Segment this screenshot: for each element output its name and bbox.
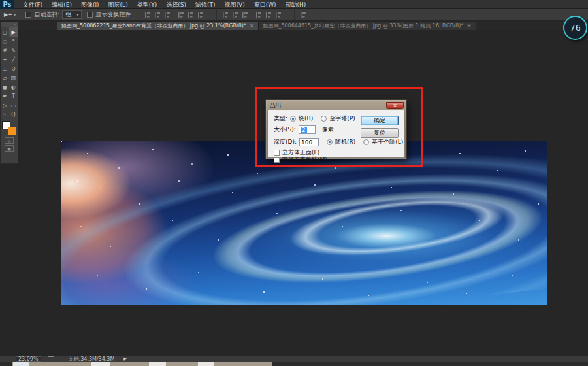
photoshop-logo: Ps (0, 0, 14, 9)
magic-wand-tool-icon[interactable]: * (9, 37, 18, 46)
toolbox-collapse-button[interactable]: « (1, 22, 18, 27)
distribute-group-2 (255, 11, 282, 18)
document-tab-bar: 摄图网_500862215_星空banner背景（非企业商用）.jpg @ 23… (0, 22, 588, 30)
status-expand-arrow-icon[interactable]: ▶ (123, 356, 127, 361)
gradient-tool-icon[interactable]: ▧ (9, 73, 18, 82)
taskbar-button[interactable] (91, 362, 110, 366)
menu-select[interactable]: 选择(S) (161, 0, 191, 9)
align-left-edges-icon[interactable] (144, 11, 152, 18)
distribute-bottom-edges-icon[interactable] (242, 11, 249, 18)
menu-image[interactable]: 图像(I) (76, 0, 104, 9)
show-transform-label: 显示变换控件 (95, 10, 131, 19)
document-size-label: 文档:34.3M/34.3M (69, 356, 115, 363)
taskbar-button[interactable] (198, 362, 214, 366)
crop-tool-icon[interactable]: # (1, 46, 9, 55)
healing-brush-tool-icon[interactable]: + (1, 55, 9, 64)
align-group (144, 11, 171, 18)
toolbox-panel: « ◻ ▶ ○ * # ✎ + ╱ ⊥ ↺ ▱ ▧ ● ◐ ✒ T ▷ ▭ ☞ … (0, 22, 18, 164)
chevron-down-icon: ▾ (14, 12, 16, 18)
rectangular-marquee-tool-icon[interactable]: ◻ (1, 27, 9, 37)
document-icon (48, 356, 54, 361)
divider (216, 10, 217, 20)
watermark-badge: 76 (563, 16, 587, 40)
taskbar-sliver (0, 362, 588, 366)
align-right-edges-icon[interactable] (164, 11, 171, 18)
align-group-2 (178, 11, 204, 18)
taskbar-button[interactable] (149, 362, 166, 366)
document-tab-1[interactable]: 摄图网_500862215_星空banner背景（非企业商用）.jpg @ 23… (57, 22, 259, 30)
options-bar: ▶+ ▾ 自动选择: 组 ▾ 显示变换控件 (0, 9, 588, 21)
menu-file[interactable]: 文件(F) (18, 0, 47, 9)
watermark-badge-value: 76 (570, 23, 581, 33)
divider (139, 10, 139, 20)
path-selection-tool-icon[interactable]: ▷ (1, 101, 9, 110)
document-tab-2[interactable]: 摄图网_500644615_梦幻星空（非企业商用）.jpg @ 33%(图层 1… (259, 22, 476, 30)
auto-select-label: 自动选择: (34, 10, 59, 19)
dodge-tool-icon[interactable]: ◐ (9, 82, 18, 92)
align-top-edges-icon[interactable] (178, 11, 185, 18)
document-tab-2-title: 摄图网_500644615_梦幻星空（非企业商用）.jpg @ 33%(图层 1… (263, 22, 463, 29)
taskbar-strip (12, 362, 272, 366)
menu-filter[interactable]: 滤镜(T) (191, 0, 220, 9)
auto-select-checkbox[interactable] (25, 12, 31, 18)
zoom-level-field[interactable]: 23.09% (16, 356, 41, 362)
auto-align-layers-icon[interactable] (300, 11, 307, 18)
distribute-horizontal-centers-icon[interactable] (265, 11, 272, 18)
screen-mode-icon[interactable]: ▣ (5, 145, 14, 152)
distribute-top-edges-icon[interactable] (222, 11, 229, 18)
distribute-right-edges-icon[interactable] (275, 11, 282, 18)
background-color-swatch[interactable] (8, 127, 16, 135)
toolbox-bottom: ◎ ▣ (1, 136, 18, 152)
align-bottom-edges-icon[interactable] (197, 11, 204, 18)
auto-select-value: 组 (65, 10, 71, 19)
brush-tool-icon[interactable]: ╱ (9, 55, 18, 64)
move-tool-icon[interactable]: ▶ (9, 27, 18, 37)
menu-window[interactable]: 窗口(W) (250, 0, 281, 9)
menu-help[interactable]: 帮助(H) (281, 0, 311, 9)
menu-bar: Ps 文件(F) 编辑(E) 图像(I) 图层(L) 类型(Y) 选择(S) 滤… (0, 0, 588, 9)
move-tool-icon: ▶+ (4, 12, 12, 18)
history-brush-tool-icon[interactable]: ↺ (9, 64, 18, 73)
menu-view[interactable]: 视图(V) (220, 0, 249, 9)
canvas-pasteboard (0, 30, 588, 356)
align-vertical-centers-icon[interactable] (188, 11, 195, 18)
close-icon[interactable]: × (466, 23, 472, 29)
distribute-vertical-centers-icon[interactable] (232, 11, 239, 18)
chevron-down-icon: ▾ (76, 12, 78, 17)
shape-tool-icon[interactable]: ▭ (9, 101, 18, 110)
close-icon[interactable]: × (250, 23, 255, 29)
menu-edit[interactable]: 编辑(E) (47, 0, 76, 9)
color-swatches (2, 121, 16, 135)
toolbox-grid: ◻ ▶ ○ * # ✎ + ╱ ⊥ ↺ ▱ ▧ ● ◐ ✒ T ▷ ▭ ☞ Q (1, 27, 18, 119)
eraser-tool-icon[interactable]: ▱ (1, 73, 9, 82)
type-tool-icon[interactable]: T (9, 92, 18, 101)
lasso-tool-icon[interactable]: ○ (1, 37, 9, 46)
menu-type[interactable]: 类型(Y) (133, 0, 162, 9)
menu-layer[interactable]: 图层(L) (104, 0, 133, 9)
taskbar-button[interactable] (13, 362, 29, 366)
eyedropper-tool-icon[interactable]: ✎ (9, 46, 18, 55)
clone-stamp-tool-icon[interactable]: ⊥ (1, 64, 9, 73)
blur-tool-icon[interactable]: ● (1, 82, 9, 92)
tool-preset-picker[interactable]: ▶+ ▾ (0, 9, 20, 20)
status-bar: 23.09% 文档:34.3M/34.3M ▶ (0, 356, 588, 362)
zoom-tool-icon[interactable]: Q (9, 110, 18, 119)
align-horizontal-centers-icon[interactable] (154, 11, 161, 18)
divider (294, 10, 295, 20)
star-field (61, 141, 62, 142)
distribute-left-edges-icon[interactable] (255, 11, 263, 18)
document-tab-1-title: 摄图网_500862215_星空banner背景（非企业商用）.jpg @ 23… (61, 22, 246, 29)
auto-select-dropdown[interactable]: 组 ▾ (62, 10, 82, 19)
pen-tool-icon[interactable]: ✒ (1, 92, 9, 101)
annotation-rectangle (255, 87, 423, 167)
distribute-group (222, 11, 249, 18)
quick-mask-icon[interactable]: ◎ (5, 137, 14, 144)
hand-tool-icon[interactable]: ☞ (1, 110, 9, 119)
show-transform-checkbox[interactable] (87, 12, 93, 18)
